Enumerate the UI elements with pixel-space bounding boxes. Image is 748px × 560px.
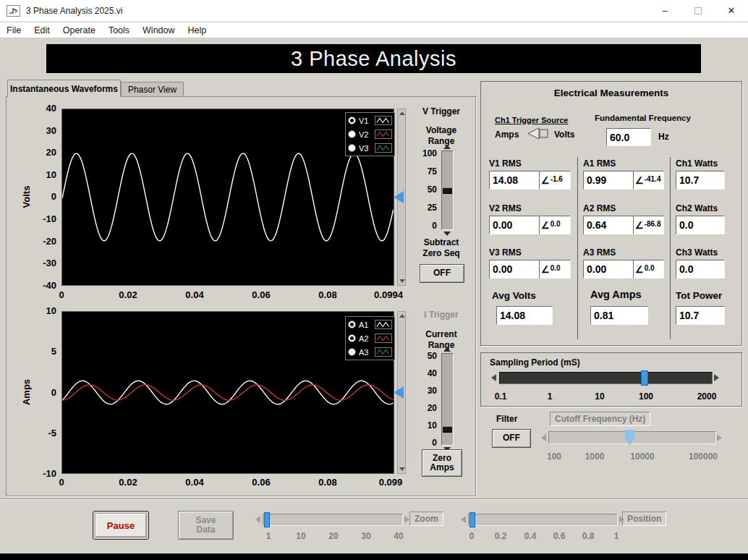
ytick: 0	[32, 387, 56, 399]
position-slider[interactable]	[468, 514, 618, 526]
legend-item-v3[interactable]: V3	[348, 142, 392, 154]
scroll-down-icon[interactable]	[399, 467, 405, 471]
trigger-source-left-label: Amps	[495, 130, 519, 140]
trigger-source-label: Ch1 Trigger Source	[495, 115, 568, 126]
trigger-source-switch[interactable]	[527, 127, 551, 140]
zoom-decrement-icon[interactable]	[255, 516, 260, 523]
minimize-button[interactable]: –	[648, 0, 681, 21]
save-data-button[interactable]: Save Data	[178, 511, 234, 540]
zoom-increment-icon[interactable]	[404, 516, 409, 523]
v1-radio[interactable]	[348, 116, 356, 124]
range-tick: 20	[411, 402, 437, 414]
menu-bar: File Edit Operate Tools Window Help	[0, 22, 748, 38]
a3-radio[interactable]	[348, 348, 356, 356]
maximize-button[interactable]	[681, 0, 715, 21]
i-trigger-level-arrow[interactable]	[394, 386, 404, 398]
avg-amps-display: 0.81	[590, 306, 648, 325]
value: 0.00	[587, 263, 606, 275]
sampling-decrement-icon[interactable]	[491, 374, 496, 381]
tab-phasor-view[interactable]: Phasor View	[121, 82, 184, 97]
avg-amps-label: Avg Amps	[590, 289, 642, 300]
sampling-increment-icon[interactable]	[714, 374, 719, 381]
scroll-down-icon[interactable]	[399, 279, 405, 283]
v1-angle-display: ∠-1.6	[539, 171, 571, 190]
button-label: Pause	[107, 520, 135, 531]
value: 0.0	[679, 219, 693, 231]
zero-amps-button[interactable]: Zero Amps	[422, 449, 462, 477]
voltage-range-slider[interactable]	[441, 150, 454, 230]
button-label: Amps	[430, 463, 454, 472]
zoom-slider[interactable]	[263, 514, 403, 526]
voltage-range-thumb[interactable]	[443, 187, 452, 194]
avg-volts-label: Avg Volts	[492, 290, 536, 302]
cutoff-increment-icon[interactable]	[717, 434, 722, 441]
menu-window[interactable]: Window	[136, 22, 181, 38]
a1-radio[interactable]	[348, 321, 356, 328]
legend-item-a1[interactable]: A1	[348, 318, 392, 331]
xtick: 0.06	[239, 289, 283, 301]
slider-increment-icon[interactable]	[443, 347, 451, 352]
angle-icon: ∠	[635, 175, 644, 186]
ch1-watts-label: Ch1 Watts	[676, 158, 718, 169]
position-thumb[interactable]	[469, 512, 475, 527]
zoom-thumb[interactable]	[264, 512, 270, 527]
scroll-up-icon[interactable]	[399, 111, 405, 115]
position-decrement-icon[interactable]	[461, 516, 466, 523]
legend-item-a3[interactable]: A3	[348, 346, 392, 358]
a2-radio[interactable]	[348, 334, 356, 342]
banner: 3 Phase Analysis	[46, 44, 701, 73]
legend-label: A3	[359, 348, 372, 357]
legend-item-v2[interactable]: V2	[348, 128, 392, 140]
sampling-period-slider[interactable]	[499, 372, 713, 384]
current-range-slider[interactable]	[441, 353, 454, 446]
angle-icon: ∠	[635, 220, 644, 231]
amps-waveform-plot[interactable]	[61, 311, 394, 474]
menu-edit[interactable]: Edit	[27, 22, 56, 38]
menu-help[interactable]: Help	[182, 22, 213, 38]
a3-rms-label: A3 RMS	[583, 247, 616, 258]
volts-waveform-plot[interactable]	[61, 109, 394, 286]
range-tick: 100	[411, 148, 437, 159]
value: 0.00	[493, 263, 512, 275]
column-divider	[670, 157, 671, 339]
filter-button[interactable]: OFF	[492, 429, 531, 448]
ytick: -5	[32, 428, 56, 439]
ytick: 40	[32, 103, 56, 114]
close-button[interactable]: ✕	[715, 0, 748, 21]
menu-file[interactable]: File	[0, 22, 27, 38]
pause-button[interactable]: Pause	[93, 511, 149, 540]
current-range-thumb[interactable]	[443, 426, 452, 433]
window-controls: – ✕	[648, 0, 748, 21]
value: 0.00	[493, 219, 512, 231]
sampling-tick: 2000	[692, 391, 721, 402]
v3-rms-display: 0.00	[489, 260, 540, 279]
xtick: 0.099	[369, 477, 412, 488]
measurements-title: Electrical Measurements	[480, 88, 742, 99]
a2-angle-display: ∠-86.8	[633, 216, 664, 234]
position-tick: 0.2	[486, 530, 515, 542]
scroll-up-icon[interactable]	[399, 314, 405, 318]
range-tick: 10	[411, 420, 437, 431]
v-trigger-level-arrow[interactable]	[394, 191, 404, 203]
fundamental-frequency-input[interactable]: 60.0	[606, 128, 651, 146]
value: 0.0	[679, 263, 693, 275]
legend-item-a2[interactable]: A2	[348, 332, 392, 344]
subtract-zero-seq-button[interactable]: OFF	[420, 264, 464, 283]
sampling-period-thumb[interactable]	[641, 370, 648, 386]
i-trigger-title: I Trigger	[414, 310, 469, 320]
ch3-watts-label: Ch3 Watts	[676, 247, 718, 258]
minimize-icon: –	[662, 5, 667, 16]
v-trigger-title: V Trigger	[414, 106, 469, 116]
position-tick: 0	[457, 530, 486, 542]
menu-tools[interactable]: Tools	[102, 22, 136, 38]
slider-increment-icon[interactable]	[443, 145, 451, 149]
ch2-watts-label: Ch2 Watts	[676, 203, 718, 214]
legend-item-v1[interactable]: V1	[348, 114, 392, 127]
tab-instantaneous-waveforms[interactable]: Instantaneous Waveforms	[7, 80, 121, 97]
menu-operate[interactable]: Operate	[56, 22, 102, 38]
v3-radio[interactable]	[348, 144, 356, 152]
v2-radio[interactable]	[348, 130, 356, 138]
slider-decrement-icon[interactable]	[443, 232, 451, 236]
cutoff-decrement-icon[interactable]	[541, 434, 546, 441]
position-tick: 1	[602, 530, 631, 542]
